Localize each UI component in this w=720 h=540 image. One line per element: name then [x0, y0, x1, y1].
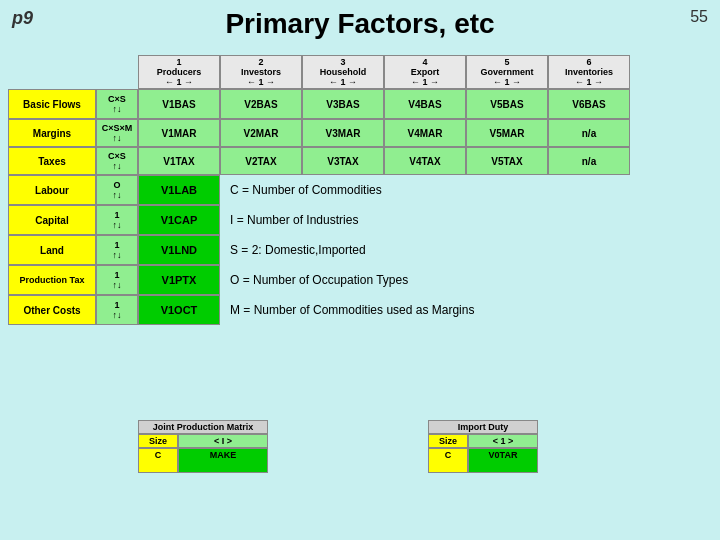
legend-production-tax: O = Number of Occupation Types [230, 265, 408, 295]
page-label: p9 [12, 8, 33, 29]
label-margins: Margins [8, 119, 96, 147]
size-land: 1 ↑↓ [96, 235, 138, 265]
page-number: 55 [690, 8, 708, 26]
import-v0tar: V0TAR [468, 448, 538, 473]
joint-var-col: C [138, 448, 178, 473]
v5bas: V5BAS [466, 89, 548, 119]
column-header-row: 1 Producers ← 1 → 2 Investors ← 1 → 3 Ho… [8, 55, 712, 89]
label-labour: Labour [8, 175, 96, 205]
import-var-col: C [428, 448, 468, 473]
size-production-tax: 1 ↑↓ [96, 265, 138, 295]
import-size-label: Size [428, 434, 468, 448]
row-capital: Capital 1 ↑↓ V1CAP I = Number of Industr… [8, 205, 712, 235]
row-land: Land 1 ↑↓ V1LND S = 2: Domestic,Imported [8, 235, 712, 265]
v1cap: V1CAP [138, 205, 220, 235]
label-capital: Capital [8, 205, 96, 235]
page-title: Primary Factors, etc [0, 8, 720, 40]
v1lab: V1LAB [138, 175, 220, 205]
import-size-arrows: < 1 > [468, 434, 538, 448]
joint-make: MAKE [178, 448, 268, 473]
row-labour: Labour O ↑↓ V1LAB C = Number of Commodit… [8, 175, 712, 205]
v1lnd: V1LND [138, 235, 220, 265]
joint-production-table: Joint Production Matrix Size < I > C MAK… [138, 420, 268, 473]
main-grid: 1 Producers ← 1 → 2 Investors ← 1 → 3 Ho… [8, 55, 712, 325]
row-taxes: Taxes C×S ↑↓ V1TAX V2TAX V3TAX V4TAX V5T… [8, 147, 712, 175]
joint-production-var-row: C MAKE [138, 448, 268, 473]
v2tax: V2TAX [220, 147, 302, 175]
col-header-4: 4 Export ← 1 → [384, 55, 466, 89]
label-taxes: Taxes [8, 147, 96, 175]
v3mar: V3MAR [302, 119, 384, 147]
size-basic-flows: C×S ↑↓ [96, 89, 138, 119]
v1oct: V1OCT [138, 295, 220, 325]
v6bas: V6BAS [548, 89, 630, 119]
taxes-na: n/a [548, 147, 630, 175]
joint-size-arrows: < I > [178, 434, 268, 448]
v1bas: V1BAS [138, 89, 220, 119]
size-labour: O ↑↓ [96, 175, 138, 205]
row-basic-flows: Basic Flows C×S ↑↓ V1BAS V2BAS V3BAS V4B… [8, 89, 712, 119]
size-margins: C×S×M ↑↓ [96, 119, 138, 147]
import-duty-table: Import Duty Size < 1 > C V0TAR [428, 420, 538, 473]
row-margins: Margins C×S×M ↑↓ V1MAR V2MAR V3MAR V4MAR… [8, 119, 712, 147]
label-other-costs: Other Costs [8, 295, 96, 325]
joint-size-label: Size [138, 434, 178, 448]
v4tax: V4TAX [384, 147, 466, 175]
col-header-3: 3 Household ← 1 → [302, 55, 384, 89]
col-header-2: 2 Investors ← 1 → [220, 55, 302, 89]
legend-capital: I = Number of Industries [230, 205, 358, 235]
size-other-costs: 1 ↑↓ [96, 295, 138, 325]
col-header-1: 1 Producers ← 1 → [138, 55, 220, 89]
row-other-costs: Other Costs 1 ↑↓ V1OCT M = Number of Com… [8, 295, 712, 325]
v5tax: V5TAX [466, 147, 548, 175]
v3bas: V3BAS [302, 89, 384, 119]
joint-production-title: Joint Production Matrix [138, 420, 268, 434]
v5mar: V5MAR [466, 119, 548, 147]
col-header-5: 5 Government ← 1 → [466, 55, 548, 89]
label-basic-flows: Basic Flows [8, 89, 96, 119]
legend-labour: C = Number of Commodities [230, 175, 382, 205]
row-production-tax: Production Tax 1 ↑↓ V1PTX O = Number of … [8, 265, 712, 295]
v2mar: V2MAR [220, 119, 302, 147]
import-duty-size-row: Size < 1 > [428, 434, 538, 448]
import-duty-title: Import Duty [428, 420, 538, 434]
v1ptx: V1PTX [138, 265, 220, 295]
bottom-tables: Joint Production Matrix Size < I > C MAK… [8, 420, 712, 473]
v4bas: V4BAS [384, 89, 466, 119]
size-capital: 1 ↑↓ [96, 205, 138, 235]
label-production-tax: Production Tax [8, 265, 96, 295]
legend-land: S = 2: Domestic,Imported [230, 235, 366, 265]
margins-na: n/a [548, 119, 630, 147]
joint-production-size-row: Size < I > [138, 434, 268, 448]
legend-other-costs: M = Number of Commodities used as Margin… [230, 295, 474, 325]
label-land: Land [8, 235, 96, 265]
v2bas: V2BAS [220, 89, 302, 119]
size-taxes: C×S ↑↓ [96, 147, 138, 175]
v3tax: V3TAX [302, 147, 384, 175]
v1mar: V1MAR [138, 119, 220, 147]
col-header-6: 6 Inventories ← 1 → [548, 55, 630, 89]
v1tax: V1TAX [138, 147, 220, 175]
v4mar: V4MAR [384, 119, 466, 147]
import-duty-var-row: C V0TAR [428, 448, 538, 473]
